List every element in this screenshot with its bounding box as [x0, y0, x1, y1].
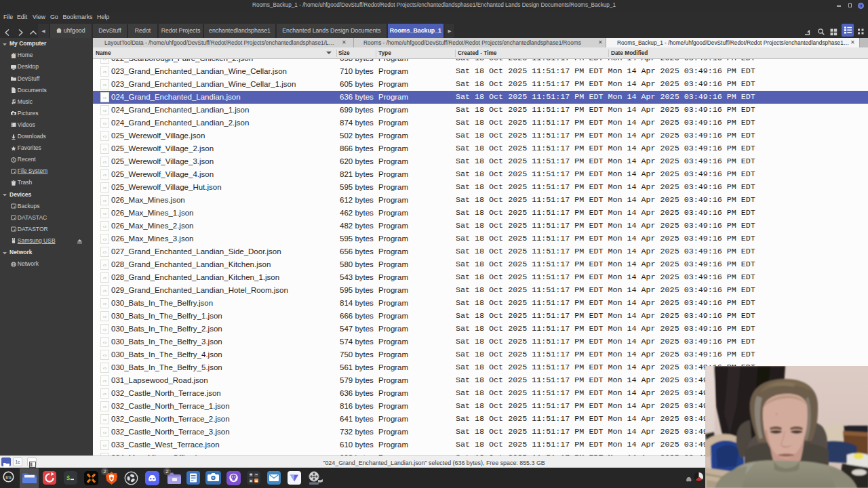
- svg-text:‹›: ‹›: [103, 313, 107, 319]
- svg-text:‹›: ‹›: [103, 262, 107, 268]
- svg-text:‹›: ‹›: [103, 300, 107, 306]
- svg-text:‹›: ‹›: [103, 442, 107, 448]
- svg-text:‹›: ‹›: [103, 68, 107, 75]
- svg-text:‹›: ‹›: [103, 403, 107, 409]
- svg-text:‹›: ‹›: [103, 94, 107, 100]
- svg-text:−: −: [255, 472, 258, 477]
- svg-text:‹›: ‹›: [103, 159, 107, 165]
- svg-text:‹›: ‹›: [103, 120, 107, 126]
- svg-text:lm: lm: [5, 474, 12, 481]
- svg-text:‹›: ‹›: [103, 352, 107, 358]
- svg-text:‹›: ‹›: [103, 378, 107, 384]
- svg-text:‹›: ‹›: [103, 236, 107, 242]
- svg-text:=: =: [255, 479, 258, 483]
- svg-text:‹›: ‹›: [103, 171, 107, 178]
- svg-text:‹›: ‹›: [103, 249, 107, 255]
- svg-text:‹›: ‹›: [103, 416, 107, 422]
- svg-text:‹›: ‹›: [103, 210, 107, 216]
- svg-text:‹›: ‹›: [103, 81, 107, 87]
- svg-text:×: ×: [250, 479, 252, 483]
- svg-text:‹›: ‹›: [103, 365, 107, 371]
- svg-text:‹›: ‹›: [103, 59, 107, 62]
- svg-text:‹›: ‹›: [103, 326, 107, 332]
- svg-text:‹›: ‹›: [103, 274, 107, 281]
- svg-text:‹›: ‹›: [103, 390, 107, 396]
- svg-text:‹›: ‹›: [103, 146, 107, 152]
- svg-text:‹›: ‹›: [103, 429, 107, 435]
- svg-text:‹›: ‹›: [103, 287, 107, 293]
- svg-text:‹›: ‹›: [103, 223, 107, 229]
- svg-text:‹›: ‹›: [103, 184, 107, 190]
- svg-text:$: $: [66, 475, 71, 482]
- svg-text:‹›: ‹›: [103, 107, 107, 113]
- svg-text:+: +: [250, 472, 252, 477]
- svg-text:‹›: ‹›: [103, 133, 107, 139]
- svg-text:‹›: ‹›: [103, 197, 107, 203]
- svg-text:‹›: ‹›: [103, 339, 107, 345]
